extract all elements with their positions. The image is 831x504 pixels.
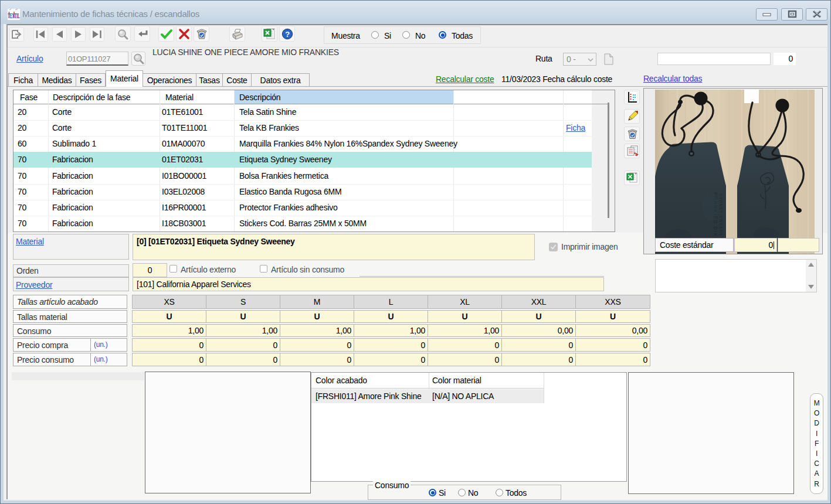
- svg-text:SYDNEY SWEENEY: SYDNEY SWEENEY: [719, 193, 723, 240]
- svg-text:?: ?: [285, 30, 290, 39]
